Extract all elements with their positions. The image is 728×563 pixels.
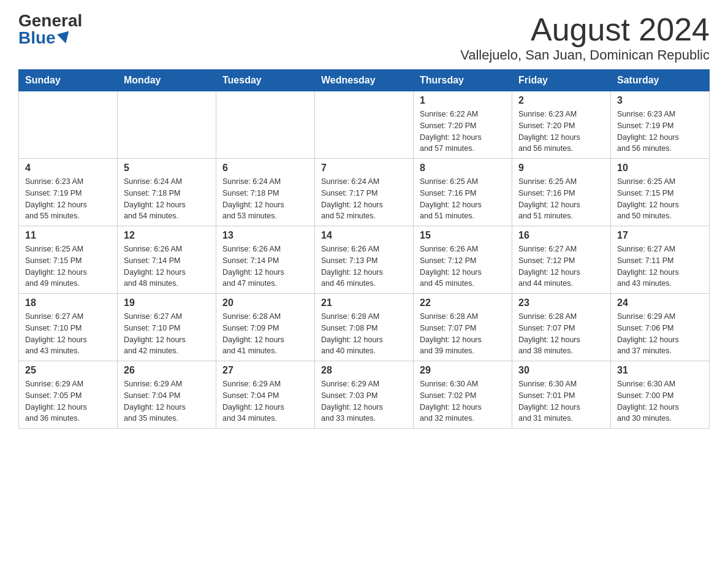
day-number: 7 bbox=[321, 163, 407, 174]
weekday-header-sunday: Sunday bbox=[19, 70, 118, 91]
day-info: Sunrise: 6:27 AM Sunset: 7:10 PM Dayligh… bbox=[25, 311, 111, 357]
day-number: 4 bbox=[25, 163, 111, 174]
day-info: Sunrise: 6:26 AM Sunset: 7:14 PM Dayligh… bbox=[222, 243, 308, 289]
page-header: General Blue August 2024 Vallejuelo, San… bbox=[18, 12, 710, 63]
day-info: Sunrise: 6:30 AM Sunset: 7:02 PM Dayligh… bbox=[420, 378, 506, 424]
day-info: Sunrise: 6:29 AM Sunset: 7:05 PM Dayligh… bbox=[25, 378, 111, 424]
day-info: Sunrise: 6:28 AM Sunset: 7:08 PM Dayligh… bbox=[321, 311, 407, 357]
title-area: August 2024 Vallejuelo, San Juan, Domini… bbox=[460, 12, 710, 63]
day-number: 14 bbox=[321, 230, 407, 241]
day-number: 29 bbox=[420, 365, 506, 376]
day-number: 21 bbox=[321, 297, 407, 308]
calendar-cell: 22Sunrise: 6:28 AM Sunset: 7:07 PM Dayli… bbox=[414, 294, 512, 361]
day-number: 28 bbox=[321, 365, 407, 376]
day-info: Sunrise: 6:23 AM Sunset: 7:20 PM Dayligh… bbox=[518, 109, 604, 155]
day-info: Sunrise: 6:25 AM Sunset: 7:15 PM Dayligh… bbox=[617, 176, 703, 222]
calendar-cell: 14Sunrise: 6:26 AM Sunset: 7:13 PM Dayli… bbox=[315, 226, 414, 294]
day-number: 20 bbox=[222, 297, 308, 308]
calendar-cell: 16Sunrise: 6:27 AM Sunset: 7:12 PM Dayli… bbox=[512, 226, 611, 294]
calendar-cell: 29Sunrise: 6:30 AM Sunset: 7:02 PM Dayli… bbox=[414, 361, 512, 429]
day-number: 16 bbox=[518, 230, 604, 241]
day-info: Sunrise: 6:26 AM Sunset: 7:13 PM Dayligh… bbox=[321, 243, 407, 289]
calendar-table: SundayMondayTuesdayWednesdayThursdayFrid… bbox=[18, 69, 710, 429]
location-title: Vallejuelo, San Juan, Dominican Republic bbox=[460, 47, 710, 63]
logo-blue-text: Blue bbox=[18, 29, 70, 47]
calendar-cell: 12Sunrise: 6:26 AM Sunset: 7:14 PM Dayli… bbox=[118, 226, 216, 294]
calendar-cell: 19Sunrise: 6:27 AM Sunset: 7:10 PM Dayli… bbox=[118, 294, 216, 361]
logo: General Blue bbox=[18, 12, 82, 47]
day-number: 19 bbox=[124, 297, 210, 308]
day-number: 23 bbox=[518, 297, 604, 308]
day-number: 2 bbox=[518, 95, 604, 106]
calendar-cell: 23Sunrise: 6:28 AM Sunset: 7:07 PM Dayli… bbox=[512, 294, 611, 361]
calendar-cell: 6Sunrise: 6:24 AM Sunset: 7:18 PM Daylig… bbox=[216, 159, 315, 226]
day-info: Sunrise: 6:28 AM Sunset: 7:09 PM Dayligh… bbox=[222, 311, 308, 357]
calendar-cell: 11Sunrise: 6:25 AM Sunset: 7:15 PM Dayli… bbox=[19, 226, 118, 294]
calendar-cell bbox=[216, 91, 315, 159]
weekday-header-friday: Friday bbox=[512, 70, 611, 91]
day-number: 5 bbox=[124, 163, 210, 174]
day-number: 27 bbox=[222, 365, 308, 376]
calendar-cell: 8Sunrise: 6:25 AM Sunset: 7:16 PM Daylig… bbox=[414, 159, 512, 226]
day-number: 22 bbox=[420, 297, 506, 308]
day-number: 9 bbox=[518, 163, 604, 174]
day-info: Sunrise: 6:27 AM Sunset: 7:10 PM Dayligh… bbox=[124, 311, 210, 357]
month-title: August 2024 bbox=[460, 12, 710, 47]
logo-arrow-icon bbox=[57, 31, 72, 45]
calendar-cell: 24Sunrise: 6:29 AM Sunset: 7:06 PM Dayli… bbox=[611, 294, 710, 361]
day-number: 24 bbox=[617, 297, 703, 308]
day-number: 6 bbox=[222, 163, 308, 174]
day-info: Sunrise: 6:26 AM Sunset: 7:12 PM Dayligh… bbox=[420, 243, 506, 289]
weekday-header-saturday: Saturday bbox=[611, 70, 710, 91]
calendar-cell: 7Sunrise: 6:24 AM Sunset: 7:17 PM Daylig… bbox=[315, 159, 414, 226]
weekday-header-row: SundayMondayTuesdayWednesdayThursdayFrid… bbox=[19, 70, 710, 91]
day-number: 12 bbox=[124, 230, 210, 241]
day-info: Sunrise: 6:24 AM Sunset: 7:18 PM Dayligh… bbox=[222, 176, 308, 222]
day-number: 13 bbox=[222, 230, 308, 241]
day-info: Sunrise: 6:27 AM Sunset: 7:12 PM Dayligh… bbox=[518, 243, 604, 289]
day-number: 18 bbox=[25, 297, 111, 308]
calendar-week-row: 4Sunrise: 6:23 AM Sunset: 7:19 PM Daylig… bbox=[19, 159, 710, 226]
calendar-cell: 15Sunrise: 6:26 AM Sunset: 7:12 PM Dayli… bbox=[414, 226, 512, 294]
calendar-cell bbox=[315, 91, 414, 159]
day-info: Sunrise: 6:25 AM Sunset: 7:16 PM Dayligh… bbox=[518, 176, 604, 222]
calendar-cell: 27Sunrise: 6:29 AM Sunset: 7:04 PM Dayli… bbox=[216, 361, 315, 429]
day-info: Sunrise: 6:28 AM Sunset: 7:07 PM Dayligh… bbox=[420, 311, 506, 357]
calendar-cell: 25Sunrise: 6:29 AM Sunset: 7:05 PM Dayli… bbox=[19, 361, 118, 429]
calendar-cell: 4Sunrise: 6:23 AM Sunset: 7:19 PM Daylig… bbox=[19, 159, 118, 226]
calendar-cell: 2Sunrise: 6:23 AM Sunset: 7:20 PM Daylig… bbox=[512, 91, 611, 159]
calendar-cell: 13Sunrise: 6:26 AM Sunset: 7:14 PM Dayli… bbox=[216, 226, 315, 294]
day-info: Sunrise: 6:24 AM Sunset: 7:18 PM Dayligh… bbox=[124, 176, 210, 222]
day-number: 8 bbox=[420, 163, 506, 174]
weekday-header-tuesday: Tuesday bbox=[216, 70, 315, 91]
calendar-cell: 28Sunrise: 6:29 AM Sunset: 7:03 PM Dayli… bbox=[315, 361, 414, 429]
day-info: Sunrise: 6:30 AM Sunset: 7:00 PM Dayligh… bbox=[617, 378, 703, 424]
calendar-cell: 21Sunrise: 6:28 AM Sunset: 7:08 PM Dayli… bbox=[315, 294, 414, 361]
day-info: Sunrise: 6:23 AM Sunset: 7:19 PM Dayligh… bbox=[617, 109, 703, 155]
day-info: Sunrise: 6:29 AM Sunset: 7:04 PM Dayligh… bbox=[124, 378, 210, 424]
day-info: Sunrise: 6:26 AM Sunset: 7:14 PM Dayligh… bbox=[124, 243, 210, 289]
calendar-cell: 30Sunrise: 6:30 AM Sunset: 7:01 PM Dayli… bbox=[512, 361, 611, 429]
calendar-cell bbox=[118, 91, 216, 159]
day-info: Sunrise: 6:22 AM Sunset: 7:20 PM Dayligh… bbox=[420, 109, 506, 155]
weekday-header-wednesday: Wednesday bbox=[315, 70, 414, 91]
calendar-week-row: 1Sunrise: 6:22 AM Sunset: 7:20 PM Daylig… bbox=[19, 91, 710, 159]
calendar-cell: 5Sunrise: 6:24 AM Sunset: 7:18 PM Daylig… bbox=[118, 159, 216, 226]
day-number: 25 bbox=[25, 365, 111, 376]
day-number: 15 bbox=[420, 230, 506, 241]
calendar-week-row: 11Sunrise: 6:25 AM Sunset: 7:15 PM Dayli… bbox=[19, 226, 710, 294]
day-number: 17 bbox=[617, 230, 703, 241]
calendar-cell: 3Sunrise: 6:23 AM Sunset: 7:19 PM Daylig… bbox=[611, 91, 710, 159]
calendar-cell bbox=[19, 91, 118, 159]
day-info: Sunrise: 6:29 AM Sunset: 7:06 PM Dayligh… bbox=[617, 311, 703, 357]
day-info: Sunrise: 6:25 AM Sunset: 7:15 PM Dayligh… bbox=[25, 243, 111, 289]
day-number: 31 bbox=[617, 365, 703, 376]
weekday-header-monday: Monday bbox=[118, 70, 216, 91]
logo-general-text: General bbox=[18, 12, 82, 29]
day-info: Sunrise: 6:29 AM Sunset: 7:03 PM Dayligh… bbox=[321, 378, 407, 424]
day-number: 26 bbox=[124, 365, 210, 376]
day-info: Sunrise: 6:29 AM Sunset: 7:04 PM Dayligh… bbox=[222, 378, 308, 424]
day-info: Sunrise: 6:23 AM Sunset: 7:19 PM Dayligh… bbox=[25, 176, 111, 222]
calendar-cell: 17Sunrise: 6:27 AM Sunset: 7:11 PM Dayli… bbox=[611, 226, 710, 294]
day-number: 30 bbox=[518, 365, 604, 376]
